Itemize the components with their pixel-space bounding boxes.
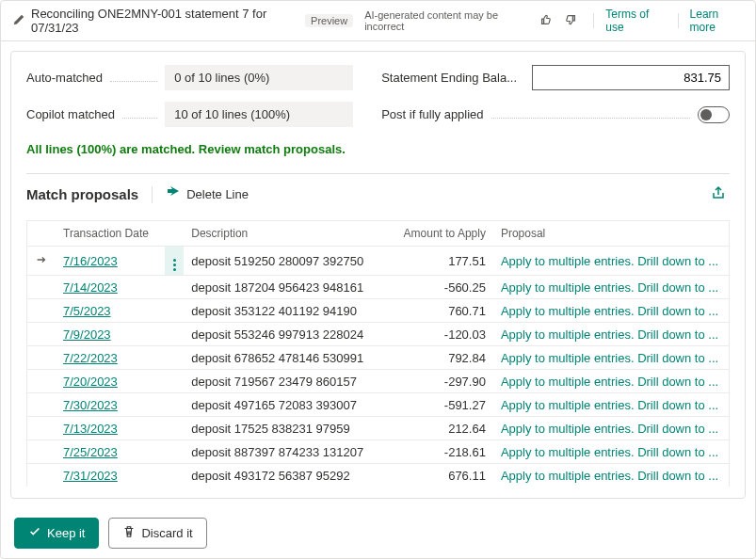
cell-amount: -560.25	[388, 276, 493, 299]
thumbs-down-button[interactable]	[561, 11, 582, 31]
more-icon	[173, 259, 176, 271]
table-row[interactable]: 7/5/2023deposit 353122 401192 94190760.7…	[27, 299, 729, 323]
row-menu[interactable]	[165, 276, 184, 299]
row-menu[interactable]	[165, 247, 184, 276]
date-link[interactable]: 7/14/2023	[63, 280, 118, 295]
table-row[interactable]: 7/31/2023deposit 493172 56387 95292676.1…	[27, 464, 729, 487]
post-toggle[interactable]	[698, 106, 730, 123]
date-link[interactable]: 7/5/2023	[63, 304, 111, 318]
post-label: Post if fully applied	[381, 107, 483, 121]
row-selector[interactable]	[27, 464, 56, 487]
auto-matched-value: 0 of 10 lines (0%)	[165, 65, 353, 90]
app-window: Reconciling ONE2MNY-001 statement 7 for …	[0, 0, 756, 559]
cell-amount: 212.64	[388, 417, 493, 440]
row-menu[interactable]	[165, 370, 184, 393]
title-bar: Reconciling ONE2MNY-001 statement 7 for …	[1, 1, 755, 41]
copilot-matched-label: Copilot matched	[26, 107, 115, 121]
row-selector[interactable]	[27, 346, 56, 370]
discard-it-label: Discard it	[141, 526, 192, 540]
table-row[interactable]: 7/9/2023deposit 553246 997913 228024-120…	[27, 323, 729, 346]
date-link[interactable]: 7/20/2023	[63, 375, 118, 389]
window-title: Reconciling ONE2MNY-001 statement 7 for …	[31, 7, 299, 35]
section-title: Match proposals	[26, 186, 138, 202]
cell-date: 7/16/2023	[56, 247, 165, 276]
trash-icon	[122, 525, 136, 541]
status-message: All lines (100%) are matched. Review mat…	[26, 142, 730, 156]
col-amount[interactable]: Amount to Apply	[388, 221, 493, 247]
cell-proposal[interactable]: Apply to multiple entries. Drill down to…	[493, 393, 729, 417]
date-link[interactable]: 7/22/2023	[63, 351, 118, 365]
table-row[interactable]: 7/25/2023deposit 887397 874233 131207-21…	[27, 440, 729, 464]
table-row[interactable]: 7/22/2023deposit 678652 478146 530991792…	[27, 346, 729, 370]
cell-date: 7/25/2023	[56, 440, 165, 464]
keep-it-button[interactable]: Keep it	[14, 518, 99, 549]
cell-description: deposit 187204 956423 948161	[184, 276, 387, 299]
cell-proposal[interactable]: Apply to multiple entries. Drill down to…	[493, 440, 729, 464]
ending-balance-input[interactable]	[532, 65, 730, 90]
cell-date: 7/22/2023	[56, 346, 165, 370]
cell-amount: -120.03	[388, 323, 493, 346]
keep-it-label: Keep it	[47, 526, 85, 540]
cell-proposal[interactable]: Apply to multiple entries. Drill down to…	[493, 464, 729, 487]
row-selector[interactable]	[27, 440, 56, 464]
row-menu[interactable]	[165, 440, 184, 464]
row-selector[interactable]	[27, 247, 56, 276]
row-selector[interactable]	[27, 417, 56, 440]
cell-proposal[interactable]: Apply to multiple entries. Drill down to…	[493, 346, 729, 370]
date-link[interactable]: 7/13/2023	[63, 422, 118, 436]
row-selector[interactable]	[27, 393, 56, 417]
cell-date: 7/9/2023	[56, 323, 165, 346]
table-row[interactable]: 7/13/2023deposit 17525 838231 97959212.6…	[27, 417, 729, 440]
cell-proposal[interactable]: Apply to multiple entries. Drill down to…	[493, 323, 729, 346]
auto-matched-row: Auto-matched 0 of 10 lines (0%)	[26, 65, 353, 90]
col-proposal[interactable]: Proposal	[493, 221, 729, 247]
delete-line-button[interactable]: Delete Line	[166, 185, 249, 203]
table-row[interactable]: 7/14/2023deposit 187204 956423 948161-56…	[27, 276, 729, 299]
thumbs-up-button[interactable]	[535, 11, 555, 31]
cell-date: 7/14/2023	[56, 276, 165, 299]
cell-amount: 760.71	[388, 299, 493, 323]
table-row[interactable]: 7/16/2023deposit 519250 280097 392750177…	[27, 247, 729, 276]
row-selector[interactable]	[27, 276, 56, 299]
cell-amount: -297.90	[388, 370, 493, 393]
cell-amount: -218.61	[388, 440, 493, 464]
learn-more-link[interactable]: Learn more	[690, 8, 744, 34]
row-selector[interactable]	[27, 323, 56, 346]
cell-description: deposit 887397 874233 131207	[184, 440, 387, 464]
row-menu[interactable]	[165, 417, 184, 440]
row-menu[interactable]	[165, 299, 184, 323]
terms-link[interactable]: Terms of use	[605, 8, 666, 34]
cell-description: deposit 497165 72083 393007	[184, 393, 387, 417]
divider	[593, 13, 594, 28]
date-link[interactable]: 7/25/2023	[63, 445, 118, 459]
cell-description: deposit 719567 23479 860157	[184, 370, 387, 393]
row-menu[interactable]	[165, 464, 184, 487]
copilot-matched-value: 10 of 10 lines (100%)	[165, 102, 353, 127]
cell-proposal[interactable]: Apply to multiple entries. Drill down to…	[493, 276, 729, 299]
row-menu[interactable]	[165, 346, 184, 370]
table-row[interactable]: 7/30/2023deposit 497165 72083 393007-591…	[27, 393, 729, 417]
date-link[interactable]: 7/9/2023	[63, 327, 111, 342]
cell-description: deposit 553246 997913 228024	[184, 323, 387, 346]
share-button[interactable]	[707, 184, 730, 205]
cell-description: deposit 493172 56387 95292	[184, 464, 387, 487]
table-row[interactable]: 7/20/2023deposit 719567 23479 860157-297…	[27, 370, 729, 393]
col-date[interactable]: Transaction Date	[56, 221, 165, 247]
row-menu[interactable]	[165, 323, 184, 346]
cell-proposal[interactable]: Apply to multiple entries. Drill down to…	[493, 299, 729, 323]
cell-proposal[interactable]: Apply to multiple entries. Drill down to…	[493, 417, 729, 440]
summary-grid: Auto-matched 0 of 10 lines (0%) Statemen…	[26, 65, 730, 127]
row-menu[interactable]	[165, 393, 184, 417]
cell-proposal[interactable]: Apply to multiple entries. Drill down to…	[493, 370, 729, 393]
date-link[interactable]: 7/30/2023	[63, 398, 118, 412]
cell-proposal[interactable]: Apply to multiple entries. Drill down to…	[493, 247, 729, 276]
cell-date: 7/31/2023	[56, 464, 165, 487]
date-link[interactable]: 7/16/2023	[63, 254, 118, 268]
arrow-right-icon	[35, 253, 48, 266]
row-selector[interactable]	[27, 299, 56, 323]
date-link[interactable]: 7/31/2023	[63, 469, 118, 483]
cell-date: 7/30/2023	[56, 393, 165, 417]
col-description[interactable]: Description	[184, 221, 387, 247]
row-selector[interactable]	[27, 370, 56, 393]
discard-it-button[interactable]: Discard it	[108, 518, 206, 549]
